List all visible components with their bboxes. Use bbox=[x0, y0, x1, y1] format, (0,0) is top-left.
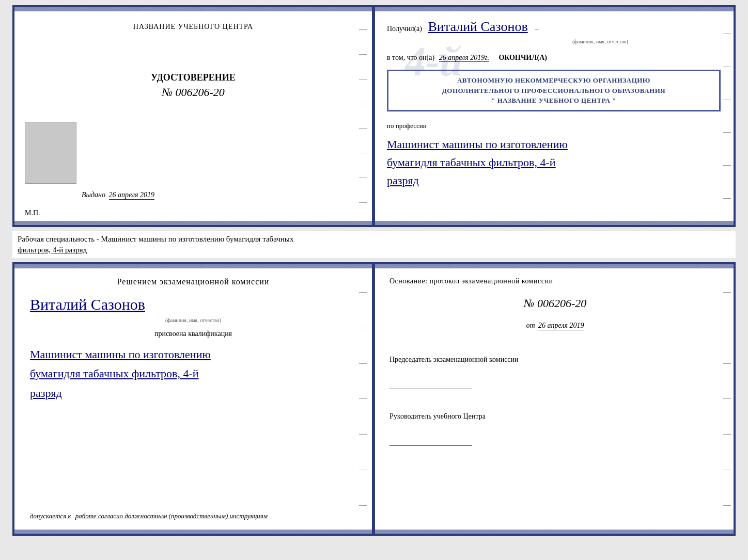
stamp-line2: ДОПОЛНИТЕЛЬНОГО ПРОФЕССИОНАЛЬНОГО ОБРАЗО… bbox=[395, 86, 713, 96]
fio-small-label-top: (фамилия, имя, отчество) bbox=[480, 39, 721, 44]
poluchil-prefix: Получил(а) bbox=[387, 25, 422, 33]
profession-line3-top: разряд bbox=[387, 171, 721, 189]
fio-small-bottom: (фамилия, имя, отчество) bbox=[30, 317, 356, 323]
okonchil: окончил(а) bbox=[498, 54, 547, 61]
recipient-name-bottom: Виталий Сазонов bbox=[30, 296, 356, 313]
deco-lines-left bbox=[359, 18, 367, 215]
rukovoditel-signature-line bbox=[389, 430, 472, 446]
profession-handwritten-top: Машинист машины по изготовлению бумагидл… bbox=[387, 135, 721, 190]
vydano-date: 26 апреля 2019 bbox=[109, 191, 154, 200]
bottom-certificate-book: Решением экзаменационной комиссии Витали… bbox=[12, 262, 736, 536]
bottom-left-page: Решением экзаменационной комиссии Витали… bbox=[14, 264, 374, 534]
between-text-line2: фильтров, 4-й разряд bbox=[18, 246, 87, 254]
poluchil-line: Получил(а) Виталий Сазонов – bbox=[387, 18, 721, 36]
between-text-line1: Рабочая специальность - Машинист машины … bbox=[18, 235, 293, 243]
predsedatel-signature-line bbox=[389, 374, 472, 389]
mp-label: М.П. bbox=[25, 209, 40, 217]
bottom-right-page: Основание: протокол экзаменационной коми… bbox=[374, 264, 734, 534]
protocol-number: № 006206-20 bbox=[389, 297, 721, 310]
rukovoditel-label: Руководитель учебного Центра bbox=[389, 411, 721, 422]
school-name-label: НАЗВАНИЕ УЧЕБНОГО ЦЕНТРА bbox=[133, 23, 253, 31]
resheniem-label: Решением экзаменационной комиссии bbox=[30, 277, 356, 286]
ot-label: от 26 апреля 2019 bbox=[389, 322, 721, 330]
profession-line2-top: бумагидля табачных фильтров, 4-й bbox=[387, 153, 721, 171]
top-left-page: НАЗВАНИЕ УЧЕБНОГО ЦЕНТРА УДОСТОВЕРЕНИЕ №… bbox=[14, 7, 374, 225]
profession-line1-top: Машинист машины по изготовлению bbox=[387, 135, 721, 153]
big-number-bg: 4-й bbox=[405, 38, 462, 85]
predsedatel-label: Председатель экзаменационной комиссии bbox=[389, 354, 721, 365]
photo-placeholder bbox=[25, 122, 76, 184]
recipient-name: Виталий Сазонов bbox=[428, 19, 527, 34]
deco-lines-right-top bbox=[723, 18, 731, 215]
udostoverenie-label: УДОСТОВЕРЕНИЕ bbox=[151, 72, 236, 83]
stamp-line3: " НАЗВАНИЕ УЧЕБНОГО ЦЕНТРА " bbox=[395, 95, 713, 106]
certificate-number: № 006206-20 bbox=[162, 86, 225, 99]
profession-line2-bottom: бумагидля табачных фильтров, 4-й bbox=[30, 364, 356, 383]
prisvoena-label: присвоена квалификация bbox=[30, 330, 356, 338]
deco-lines-bottom-right bbox=[723, 275, 731, 523]
ot-date: 26 апреля 2019 bbox=[538, 322, 584, 330]
dopuskaetsya-section: допускается к работе согласно должностны… bbox=[30, 511, 367, 521]
top-right-page: 4-й Получил(а) Виталий Сазонов – (фамили… bbox=[374, 7, 734, 225]
profession-line1-bottom: Машинист машины по изготовлению bbox=[30, 345, 356, 364]
vydano-line: Выдано 26 апреля 2019 bbox=[82, 191, 154, 199]
between-text-section: Рабочая специальность - Машинист машины … bbox=[12, 231, 736, 258]
ot-prefix: от bbox=[526, 322, 535, 329]
profession-handwritten-bottom: Машинист машины по изготовлению бумагидл… bbox=[30, 345, 356, 403]
osnovanie-label: Основание: протокол экзаменационной коми… bbox=[389, 277, 721, 285]
dopuskaetsya-prefix: допускается к bbox=[30, 512, 71, 520]
top-certificate-book: НАЗВАНИЕ УЧЕБНОГО ЦЕНТРА УДОСТОВЕРЕНИЕ №… bbox=[12, 5, 736, 227]
po-professii-label: по профессии bbox=[387, 122, 721, 130]
document-container: НАЗВАНИЕ УЧЕБНОГО ЦЕНТРА УДОСТОВЕРЕНИЕ №… bbox=[12, 5, 736, 536]
profession-line3-bottom: разряд bbox=[30, 383, 356, 403]
vydano-prefix: Выдано bbox=[82, 191, 105, 199]
dopuskaetsya-italic: работе согласно должностным (производств… bbox=[75, 512, 268, 520]
deco-lines-bottom-left bbox=[359, 275, 367, 523]
